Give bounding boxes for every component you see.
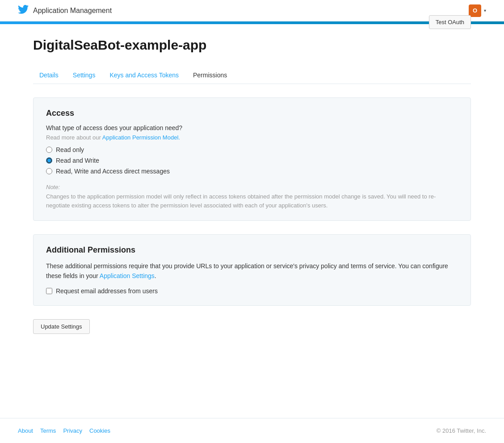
- footer-link-about[interactable]: About: [18, 427, 33, 434]
- header: Application Management O ▾: [0, 0, 504, 21]
- page-title: DigitalSeaBot-example-app: [33, 38, 206, 53]
- main-content: DigitalSeaBot-example-app Test OAuth Det…: [15, 24, 489, 379]
- update-settings-button[interactable]: Update Settings: [33, 319, 90, 334]
- tab-nav: Details Settings Keys and Access Tokens …: [33, 67, 471, 84]
- test-oauth-button[interactable]: Test OAuth: [429, 15, 471, 29]
- application-permission-model-link[interactable]: Application Permission Model.: [102, 134, 180, 141]
- additional-permissions-title: Additional Permissions: [46, 245, 458, 255]
- user-avatar[interactable]: O: [469, 4, 481, 17]
- tab-permissions[interactable]: Permissions: [187, 67, 233, 84]
- access-model-note: Read more about our Application Permissi…: [46, 134, 458, 141]
- checkbox-email-input[interactable]: [46, 288, 52, 294]
- note-text: Changes to the application permission mo…: [46, 192, 458, 210]
- checkbox-email-label: Request email addresses from users: [56, 287, 158, 295]
- checkbox-email-option: Request email addresses from users: [46, 287, 458, 295]
- radio-read-write: Read and Write: [46, 157, 458, 164]
- header-left: Application Management: [18, 5, 112, 17]
- tab-keys-access-tokens[interactable]: Keys and Access Tokens: [103, 67, 185, 84]
- radio-read-write-dm-label: Read, Write and Access direct messages: [56, 168, 170, 175]
- radio-read-only: Read only: [46, 146, 458, 153]
- radio-read-write-dm: Read, Write and Access direct messages: [46, 168, 458, 175]
- footer-links: About Terms Privacy Cookies: [18, 427, 110, 434]
- radio-read-only-label: Read only: [56, 146, 84, 153]
- header-title: Application Management: [33, 7, 112, 15]
- additional-permissions-desc: These additional permissions require tha…: [46, 261, 458, 281]
- footer-copyright: © 2016 Twitter, Inc.: [437, 427, 486, 434]
- access-question: What type of access does your applicatio…: [46, 124, 458, 131]
- access-section: Access What type of access does your app…: [33, 97, 471, 221]
- tab-settings[interactable]: Settings: [67, 67, 102, 84]
- note-label: Note:: [46, 184, 458, 190]
- access-section-title: Access: [46, 109, 458, 118]
- radio-read-only-input[interactable]: [46, 147, 52, 153]
- footer-link-cookies[interactable]: Cookies: [89, 427, 110, 434]
- dropdown-arrow-icon[interactable]: ▾: [484, 8, 486, 13]
- page-header-row: DigitalSeaBot-example-app Test OAuth: [33, 38, 471, 60]
- add-perms-desc-after: .: [155, 272, 156, 279]
- access-model-note-prefix: Read more about our: [46, 134, 102, 141]
- application-settings-link[interactable]: Application Settings: [100, 272, 155, 279]
- tab-details[interactable]: Details: [33, 67, 65, 84]
- note-section: Note: Changes to the application permiss…: [46, 184, 458, 210]
- radio-read-write-label: Read and Write: [56, 157, 99, 164]
- footer-link-terms[interactable]: Terms: [40, 427, 56, 434]
- footer-link-privacy[interactable]: Privacy: [63, 427, 82, 434]
- additional-permissions-section: Additional Permissions These additional …: [33, 234, 471, 306]
- twitter-bird-icon: [18, 5, 29, 17]
- radio-read-write-dm-input[interactable]: [46, 168, 52, 174]
- footer: About Terms Privacy Cookies © 2016 Twitt…: [0, 418, 504, 443]
- header-right: O ▾: [469, 4, 486, 17]
- radio-read-write-input[interactable]: [46, 157, 52, 164]
